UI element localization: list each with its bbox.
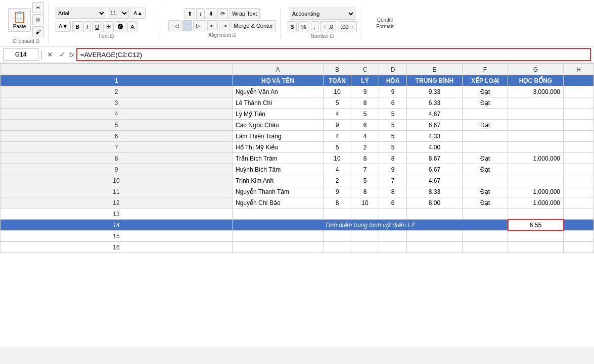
cell-f9[interactable]: Đạt xyxy=(463,164,508,175)
cut-button[interactable]: ✂ xyxy=(32,2,44,13)
cell-e4[interactable]: 4.67 xyxy=(407,109,463,120)
cell-g2[interactable]: 3,000,000 xyxy=(508,86,564,97)
cell-d7[interactable]: 5 xyxy=(379,142,407,153)
cell-h9[interactable] xyxy=(564,164,594,175)
cell-c5[interactable]: 6 xyxy=(351,120,379,131)
cancel-formula-button[interactable]: ✕ xyxy=(45,50,55,59)
cell-f3[interactable]: Đạt xyxy=(463,97,508,109)
cell-e8[interactable]: 8.67 xyxy=(407,153,463,164)
border-button[interactable]: ⊞ xyxy=(103,21,114,32)
cell-h7[interactable] xyxy=(564,142,594,153)
cell-h13[interactable] xyxy=(564,209,594,220)
cell-b2[interactable]: 10 xyxy=(324,86,351,97)
summary-label[interactable]: Tính điểm trung bình cột điểm LÝ xyxy=(233,220,508,231)
cell-c1[interactable]: LÝ xyxy=(351,75,379,86)
align-center-button[interactable]: ≡ xyxy=(182,20,192,31)
cell-a15[interactable] xyxy=(233,231,324,242)
cell-d12[interactable]: 6 xyxy=(379,197,407,209)
increase-font-button[interactable]: A▲ xyxy=(130,8,146,19)
cell-e6[interactable]: 4.33 xyxy=(407,131,463,142)
cell-a8[interactable]: Trần Bích Trâm xyxy=(233,153,324,164)
cell-d3[interactable]: 6 xyxy=(379,97,407,109)
cell-b13[interactable] xyxy=(324,209,351,220)
italic-button[interactable]: I xyxy=(83,21,91,32)
align-right-button[interactable]: ▷≡ xyxy=(193,20,206,31)
cell-c3[interactable]: 8 xyxy=(351,97,379,109)
cell-h8[interactable] xyxy=(564,153,594,164)
cell-d6[interactable]: 5 xyxy=(379,131,407,142)
cell-e3[interactable]: 6.33 xyxy=(407,97,463,109)
cell-g12[interactable]: 1,000,000 xyxy=(508,197,564,209)
col-header-c[interactable]: C xyxy=(351,64,379,75)
cell-f13[interactable] xyxy=(463,209,508,220)
cell-reference-input[interactable] xyxy=(3,48,38,61)
alignment-expand-icon[interactable]: ⊡ xyxy=(232,32,236,38)
cell-d5[interactable]: 5 xyxy=(379,120,407,131)
cell-d4[interactable]: 5 xyxy=(379,109,407,120)
cell-b3[interactable]: 5 xyxy=(324,97,351,109)
cell-f12[interactable]: Đạt xyxy=(463,197,508,209)
cell-e15[interactable] xyxy=(407,231,463,242)
cell-d9[interactable]: 9 xyxy=(379,164,407,175)
cell-g8[interactable]: 1,000,000 xyxy=(508,153,564,164)
cell-c2[interactable]: 9 xyxy=(351,86,379,97)
cell-d10[interactable]: 7 xyxy=(379,175,407,186)
decrease-font-button[interactable]: A▼ xyxy=(56,21,71,32)
cell-a2[interactable]: Nguyễn Văn An xyxy=(233,86,324,97)
font-color-button[interactable]: A xyxy=(127,21,137,32)
underline-button[interactable]: U xyxy=(92,21,102,32)
col-header-d[interactable]: D xyxy=(379,64,407,75)
cell-a7[interactable]: Hồ Thị Mỹ Kiều xyxy=(233,142,324,153)
cell-c8[interactable]: 8 xyxy=(351,153,379,164)
cell-g7[interactable] xyxy=(508,142,564,153)
cell-h11[interactable] xyxy=(564,186,594,197)
cell-a9[interactable]: Huỳnh Bích Tâm xyxy=(233,164,324,175)
cell-h14[interactable] xyxy=(564,220,594,231)
cell-g6[interactable] xyxy=(508,131,564,142)
cell-c15[interactable] xyxy=(351,231,379,242)
cell-b7[interactable]: 5 xyxy=(324,142,351,153)
format-painter-button[interactable]: 🖌 xyxy=(32,26,44,37)
cell-b4[interactable]: 4 xyxy=(324,109,351,120)
cell-c11[interactable]: 8 xyxy=(351,186,379,197)
cell-f15[interactable] xyxy=(463,231,508,242)
cell-c13[interactable] xyxy=(351,209,379,220)
font-size-select[interactable]: 11 xyxy=(108,8,129,19)
increase-decimal-button[interactable]: .00→ xyxy=(338,21,357,32)
cell-f6[interactable] xyxy=(463,131,508,142)
cell-c4[interactable]: 5 xyxy=(351,109,379,120)
col-header-a[interactable]: A xyxy=(233,64,324,75)
cell-h12[interactable] xyxy=(564,197,594,209)
cell-b16[interactable] xyxy=(324,242,351,253)
cell-a13[interactable] xyxy=(233,209,324,220)
formula-input[interactable] xyxy=(76,48,591,61)
number-format-select[interactable]: Accounting xyxy=(290,8,355,20)
cell-b10[interactable]: 2 xyxy=(324,175,351,186)
col-header-b[interactable]: B xyxy=(324,64,351,75)
cell-b8[interactable]: 10 xyxy=(324,153,351,164)
cell-g4[interactable] xyxy=(508,109,564,120)
cell-h16[interactable] xyxy=(564,242,594,253)
confirm-formula-button[interactable]: ✓ xyxy=(57,50,67,59)
cell-g1[interactable]: HỌC BỔNG xyxy=(508,75,564,86)
cell-e10[interactable]: 4.67 xyxy=(407,175,463,186)
cell-g9[interactable] xyxy=(508,164,564,175)
cell-d8[interactable]: 8 xyxy=(379,153,407,164)
cell-g11[interactable]: 1,000,000 xyxy=(508,186,564,197)
cell-a5[interactable]: Cao Ngọc Châu xyxy=(233,120,324,131)
increase-indent-button[interactable]: ⇥ xyxy=(219,20,230,31)
cell-a1[interactable]: HỌ VÀ TÊN xyxy=(233,75,324,86)
cell-h4[interactable] xyxy=(564,109,594,120)
cell-f2[interactable]: Đạt xyxy=(463,86,508,97)
cell-f16[interactable] xyxy=(463,242,508,253)
cell-g3[interactable] xyxy=(508,97,564,109)
cell-c10[interactable]: 5 xyxy=(351,175,379,186)
comma-button[interactable]: , xyxy=(311,21,318,32)
cell-h6[interactable] xyxy=(564,131,594,142)
cell-d11[interactable]: 8 xyxy=(379,186,407,197)
cell-g5[interactable] xyxy=(508,120,564,131)
cell-d15[interactable] xyxy=(379,231,407,242)
cell-h15[interactable] xyxy=(564,231,594,242)
align-top-button[interactable]: ⬆ xyxy=(185,8,195,19)
cell-h10[interactable] xyxy=(564,175,594,186)
